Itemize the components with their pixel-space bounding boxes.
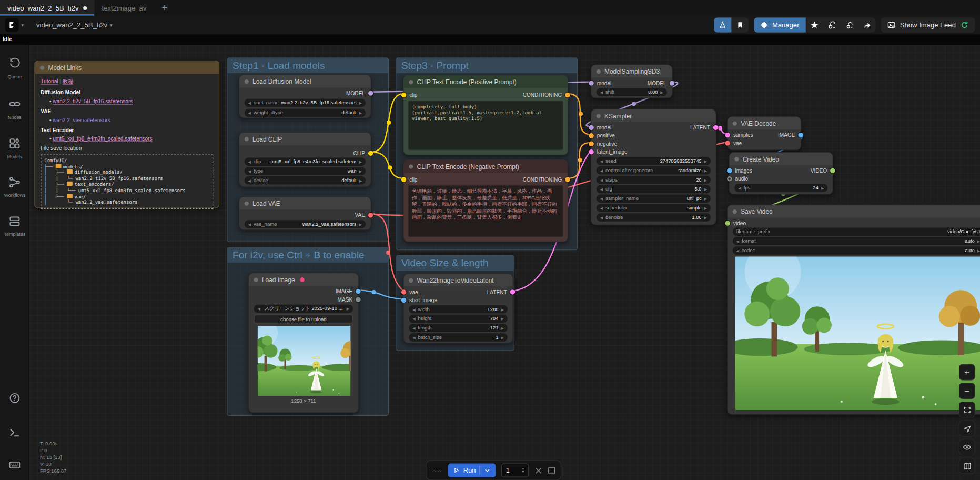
- batch-count-input[interactable]: 1 ▲▼: [501, 464, 529, 477]
- node-load-diffusion-model[interactable]: Load Diffusion Model MODEL ◀unet_namewan…: [239, 74, 371, 118]
- widget-vae-name[interactable]: ◀vae_namewan2.2_vae.safetensors▶: [245, 220, 366, 228]
- collapse-dot[interactable]: [733, 121, 737, 125]
- manager-button[interactable]: Manager: [754, 17, 805, 33]
- widget-clip-name[interactable]: ◀clip_...umt5_xxl_fp8_e4m3fn_scaled.safe…: [245, 157, 366, 165]
- group-title[interactable]: Video Size & length: [396, 256, 513, 271]
- widget-unet-name[interactable]: ◀unet_namewan2.2_ti2v_5B_fp16.safetensor…: [245, 99, 366, 107]
- collapse-dot[interactable]: [597, 69, 601, 73]
- input-port[interactable]: [725, 141, 730, 146]
- input-port[interactable]: [589, 133, 594, 138]
- collapse-dot[interactable]: [245, 79, 249, 83]
- new-tab-button[interactable]: +: [154, 0, 175, 16]
- show-image-feed-button[interactable]: Show Image Feed: [881, 17, 975, 33]
- chevron-down-icon[interactable]: ▾: [110, 22, 113, 28]
- close-icon[interactable]: [534, 466, 542, 474]
- node-load-vae[interactable]: Load VAE VAE ◀vae_namewan2.2_vae.safeten…: [239, 196, 371, 230]
- output-port[interactable]: [798, 132, 803, 137]
- node-model-sampling-sd3[interactable]: ModelSamplingSD3 modelMODEL ◀shift8.00▶: [591, 64, 673, 98]
- output-port[interactable]: [830, 168, 835, 173]
- tutorial-link[interactable]: Tutorial: [41, 78, 58, 85]
- output-port[interactable]: [356, 297, 361, 302]
- vacuum-icon[interactable]: [823, 17, 841, 33]
- input-port[interactable]: [589, 125, 594, 130]
- bookmark-icon[interactable]: [732, 17, 749, 33]
- shortcuts-button[interactable]: [0, 459, 29, 473]
- collapse-dot[interactable]: [597, 114, 601, 118]
- chevron-down-icon[interactable]: [484, 467, 491, 474]
- input-port[interactable]: [589, 149, 594, 154]
- widget-batch-size[interactable]: ◀batch_size1▶: [409, 333, 508, 341]
- prompt-textarea[interactable]: 色调艳丽，过曝，静态，细节模糊不清，字幕，风格，作品，画作，画面，静止，整体发灰…: [408, 185, 563, 237]
- widget-denoise[interactable]: ◀denoise1.00▶: [597, 213, 711, 221]
- vacuum-alt-icon[interactable]: [841, 17, 858, 33]
- flask-icon[interactable]: [714, 17, 731, 33]
- output-port[interactable]: [510, 289, 516, 295]
- collapse-dot[interactable]: [254, 277, 258, 282]
- widget-shift[interactable]: ◀shift8.00▶: [597, 88, 667, 96]
- group-title[interactable]: For i2v, use Ctrl + B to enable: [228, 248, 388, 263]
- widget-codec[interactable]: ◀codecauto▶: [733, 246, 980, 254]
- zoom-out-button[interactable]: −: [959, 383, 975, 399]
- collapse-dot[interactable]: [409, 164, 413, 168]
- help-button[interactable]: [0, 392, 29, 406]
- model-download-link[interactable]: wan2.2_ti2v_5B_fp16.safetensors: [53, 98, 133, 105]
- widget-length[interactable]: ◀length121▶: [409, 324, 508, 332]
- node-save-video[interactable]: Save Video video filename_prefixvideo/Co…: [727, 205, 980, 415]
- group-title[interactable]: Step3 - Prompt: [396, 58, 577, 74]
- model-download-link[interactable]: umt5_xxl_fp8_e4m3fn_scaled.safetensors: [53, 136, 152, 142]
- input-port[interactable]: [401, 177, 407, 182]
- output-port[interactable]: [356, 288, 361, 294]
- prompt-textarea[interactable]: (completely, full body) (portrait,portra…: [408, 101, 563, 150]
- select-mode-button[interactable]: [959, 421, 975, 437]
- stop-icon[interactable]: [548, 467, 555, 474]
- node-load-image[interactable]: Load Image IMAGE MASK ◀スクリーンショット 2025-09…: [248, 273, 359, 413]
- group-title[interactable]: Step1 - Load models: [228, 58, 388, 74]
- widget-control-after-generate[interactable]: ◀control after generaterandomize▶: [597, 166, 711, 174]
- star-icon[interactable]: [805, 17, 823, 33]
- widget-filename-prefix[interactable]: filename_prefixvideo/ComfyUI: [733, 228, 980, 236]
- tutorial-zh-link[interactable]: 教程: [63, 78, 73, 85]
- tab-video-wan2-2-5b-ti2v[interactable]: video_wan2_2_5B_ti2v: [0, 0, 94, 16]
- output-port[interactable]: [713, 125, 719, 130]
- widget-device[interactable]: ◀devicedefault▶: [245, 176, 366, 184]
- node-clip-text-encode-negative[interactable]: CLIP Text Encode (Negative Prompt) clipC…: [403, 159, 568, 242]
- collapse-dot[interactable]: [733, 209, 737, 213]
- input-port[interactable]: [727, 176, 732, 182]
- chevron-down-icon[interactable]: ▾: [21, 22, 24, 28]
- minimap-button[interactable]: [959, 458, 975, 474]
- input-port[interactable]: [727, 168, 732, 173]
- widget-fps[interactable]: ◀fps24▶: [734, 184, 827, 192]
- widget-width[interactable]: ◀width1280▶: [409, 305, 508, 313]
- input-port[interactable]: [401, 297, 407, 303]
- output-port[interactable]: [368, 212, 373, 217]
- sidebar-item-templates[interactable]: Templates: [0, 215, 29, 237]
- node-wan22-image-to-video-latent[interactable]: Wan22ImageToVideoLatent vaeLATENT start_…: [403, 273, 513, 343]
- node-load-clip[interactable]: Load CLIP CLIP ◀clip_...umt5_xxl_fp8_e4m…: [239, 132, 371, 187]
- node-vae-decode[interactable]: VAE Decode samplesIMAGE vae: [727, 116, 801, 150]
- collapse-dot[interactable]: [409, 278, 413, 282]
- workflow-name[interactable]: video_wan2_2_5B_ti2v: [36, 21, 107, 28]
- model-download-link[interactable]: wan2.2_vae.safetensors: [53, 117, 110, 123]
- widget-format[interactable]: ◀formatauto▶: [733, 237, 980, 245]
- input-port[interactable]: [401, 289, 407, 295]
- toggle-visibility-button[interactable]: [959, 439, 975, 455]
- input-port[interactable]: [725, 221, 730, 226]
- collapse-dot[interactable]: [245, 137, 249, 141]
- widget-steps[interactable]: ◀steps20▶: [597, 176, 711, 184]
- widget-cfg[interactable]: ◀cfg5.0▶: [597, 185, 711, 193]
- output-port[interactable]: [368, 91, 373, 96]
- input-port[interactable]: [589, 81, 594, 86]
- collapse-dot[interactable]: [734, 157, 739, 161]
- collapse-dot[interactable]: [245, 201, 249, 205]
- node-ksampler[interactable]: KSampler modelLATENT positive negative l…: [591, 109, 716, 225]
- comfyui-logo[interactable]: [5, 18, 19, 32]
- sidebar-item-queue[interactable]: Queue: [0, 57, 29, 79]
- node-create-video[interactable]: Create Video imagesVIDEO audio ◀fps24▶: [729, 152, 833, 195]
- widget-seed[interactable]: ◀seed274785682553745▶: [597, 157, 711, 165]
- choose-file-button[interactable]: choose file to upload: [254, 315, 353, 324]
- widget-type[interactable]: ◀typewan▶: [245, 167, 366, 175]
- widget-sampler-name[interactable]: ◀sampler_nameuni_pc▶: [597, 195, 711, 203]
- run-button[interactable]: Run: [448, 464, 496, 477]
- collapse-dot[interactable]: [40, 65, 44, 69]
- stepper-arrows[interactable]: ▲▼: [521, 467, 524, 474]
